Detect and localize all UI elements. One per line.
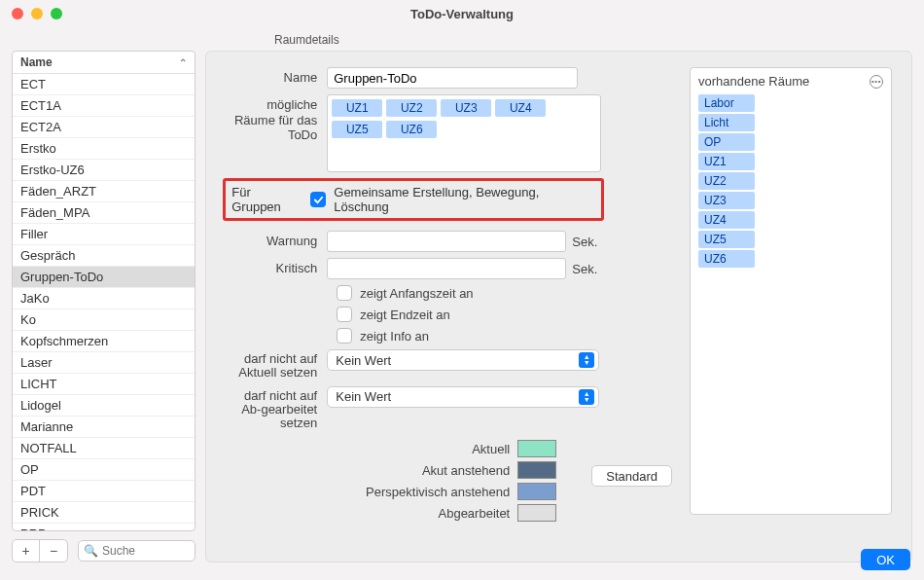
available-rooms-box: vorhandene Räume ••• LaborLichtOPUZ1UZ2U… — [690, 67, 892, 515]
checkmark-icon — [313, 195, 324, 205]
section-label: Raumdetails — [270, 27, 924, 51]
list-item[interactable]: Laser — [13, 352, 195, 374]
available-room-tag[interactable]: UZ2 — [698, 172, 755, 190]
select-darf-aktuell[interactable]: Kein Wert ▲▼ — [327, 349, 599, 371]
list-item[interactable]: Fäden_MPA — [13, 202, 195, 224]
standard-button[interactable]: Standard — [591, 465, 672, 487]
list-item[interactable]: PDT — [13, 481, 195, 502]
list-item[interactable]: Gespräch — [13, 245, 195, 267]
available-room-tag[interactable]: UZ1 — [698, 153, 755, 170]
name-field[interactable] — [327, 67, 578, 89]
suffix-sek-2: Sek. — [572, 262, 597, 276]
label-fuer-gruppen: Für Gruppen — [231, 185, 302, 214]
list-item[interactable]: PRP — [13, 524, 195, 530]
label-warnung: Warnung — [226, 231, 327, 248]
chevron-updown-icon: ▲▼ — [579, 389, 594, 405]
room-tag[interactable]: UZ3 — [441, 99, 491, 117]
window-title: ToDo-Verwaltung — [0, 7, 924, 21]
list-item[interactable]: LICHT — [13, 374, 195, 395]
checkbox-anfangszeit[interactable] — [337, 285, 352, 301]
add-remove-group: + − — [12, 539, 68, 562]
checkbox-gemeinsam[interactable] — [310, 192, 326, 207]
room-tag[interactable]: UZ2 — [386, 99, 437, 117]
list-item[interactable]: Erstko — [13, 138, 195, 160]
label-darf-abge: darf nicht auf Ab-gearbeitet setzen — [226, 386, 327, 431]
room-tag[interactable]: UZ1 — [332, 99, 382, 117]
list-item[interactable]: ECT — [13, 74, 195, 95]
todo-list: Name ⌃ ECTECT1AECT2AErstkoErstko-UZ6Fäde… — [12, 51, 195, 531]
highlight-group-option: Für Gruppen Gemeinsame Erstellung, Beweg… — [223, 178, 604, 221]
label-darf-aktuell: darf nicht auf Aktuell setzen — [226, 349, 327, 381]
remove-button[interactable]: − — [40, 540, 67, 562]
label-anfangszeit: zeigt Anfangszeit an — [360, 286, 473, 301]
list-item[interactable]: Filler — [13, 224, 195, 245]
list-item[interactable]: Marianne — [13, 417, 195, 438]
more-icon[interactable]: ••• — [870, 75, 883, 89]
list-item[interactable]: JaKo — [13, 288, 195, 309]
checkbox-endzeit[interactable] — [337, 307, 352, 322]
available-room-tag[interactable]: UZ3 — [698, 192, 755, 209]
label-kritisch: Kritisch — [226, 258, 327, 275]
search-icon: 🔍 — [84, 544, 98, 558]
label-akut: Akut anstehend — [422, 463, 510, 478]
rooms-box[interactable]: UZ1UZ2UZ3UZ4UZ5UZ6 — [327, 94, 601, 172]
available-room-tag[interactable]: UZ5 — [698, 231, 755, 248]
available-room-tag[interactable]: Labor — [698, 94, 755, 112]
list-item[interactable]: NOTFALL — [13, 438, 195, 459]
chevron-updown-icon: ▲▼ — [579, 352, 594, 368]
select-value: Kein Wert — [336, 353, 391, 368]
swatch-abge[interactable] — [517, 504, 556, 522]
list-item[interactable]: ECT2A — [13, 117, 195, 138]
list-item[interactable]: Ko — [13, 309, 195, 331]
available-room-tag[interactable]: Licht — [698, 114, 755, 131]
suffix-sek-1: Sek. — [572, 235, 597, 249]
list-item[interactable]: ECT1A — [13, 95, 195, 117]
list-item[interactable]: Lidogel — [13, 395, 195, 417]
list-item[interactable]: Kopfschmerzen — [13, 331, 195, 352]
list-item[interactable]: Gruppen-ToDo — [13, 267, 195, 288]
kritisch-field[interactable] — [327, 258, 566, 279]
available-room-tag[interactable]: UZ4 — [698, 211, 755, 229]
room-tag[interactable]: UZ6 — [386, 121, 437, 138]
warnung-field[interactable] — [327, 231, 566, 252]
label-endzeit: zeigt Endzeit an — [360, 308, 450, 322]
room-tag[interactable]: UZ4 — [495, 99, 546, 117]
list-item[interactable]: OP — [13, 459, 195, 481]
ok-button[interactable]: OK — [861, 549, 910, 570]
label-rooms: mögliche Räume für das ToDo — [226, 94, 327, 143]
label-gemeinsam: Gemeinsame Erstellung, Bewegung, Löschun… — [334, 185, 595, 214]
swatch-akut[interactable] — [517, 461, 556, 479]
label-aktuell: Aktuell — [472, 442, 510, 456]
swatch-aktuell[interactable] — [517, 440, 556, 457]
available-room-tag[interactable]: UZ6 — [698, 250, 755, 268]
label-name: Name — [226, 67, 327, 85]
label-persp: Perspektivisch anstehend — [366, 485, 510, 499]
label-info: zeigt Info an — [360, 329, 429, 344]
list-item[interactable]: Fäden_ARZT — [13, 181, 195, 202]
available-room-tag[interactable]: OP — [698, 133, 755, 151]
select-value: Kein Wert — [336, 389, 391, 404]
add-button[interactable]: + — [13, 540, 40, 562]
checkbox-info[interactable] — [337, 328, 352, 344]
available-rooms-header: vorhandene Räume — [698, 74, 809, 89]
titlebar: ToDo-Verwaltung — [0, 0, 924, 27]
list-header-name[interactable]: Name ⌃ — [13, 52, 195, 74]
list-item[interactable]: Erstko-UZ6 — [13, 160, 195, 181]
room-tag[interactable]: UZ5 — [332, 121, 382, 138]
swatch-persp[interactable] — [517, 483, 556, 500]
select-darf-abge[interactable]: Kein Wert ▲▼ — [327, 386, 599, 408]
list-header-label: Name — [20, 55, 53, 69]
label-abge: Abgearbeitet — [439, 506, 511, 521]
list-item[interactable]: PRICK — [13, 502, 195, 524]
sort-asc-icon: ⌃ — [179, 57, 187, 68]
